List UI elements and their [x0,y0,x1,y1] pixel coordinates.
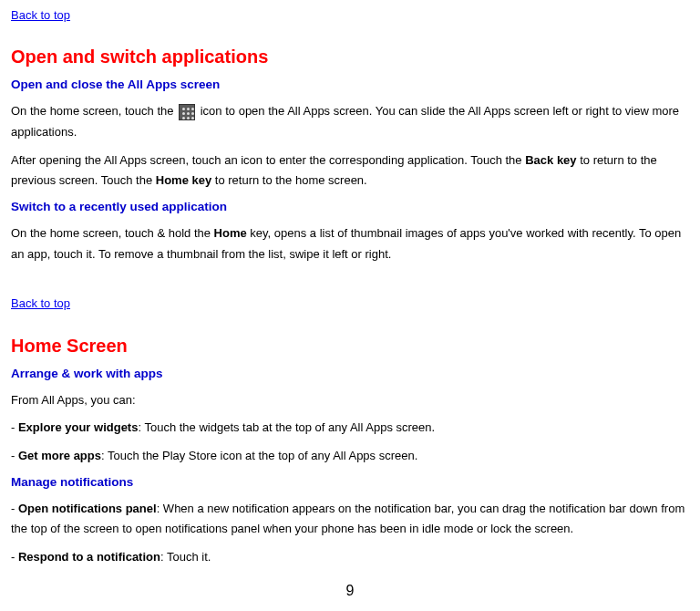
list-item: - Get more apps: Touch the Play Store ic… [11,446,689,467]
bold-explore-widgets: Explore your widgets [18,420,138,434]
paragraph: On the home screen, touch & hold the Hom… [11,223,689,265]
bold-home-key: Home key [156,173,211,187]
list-item: - Respond to a notification: Touch it. [11,547,689,568]
section-open-switch-title: Open and switch applications [11,44,689,69]
text: to return to the home screen. [211,173,367,187]
section-home-screen-title: Home Screen [11,333,689,358]
paragraph: After opening the All Apps screen, touch… [11,150,689,192]
back-to-top-link[interactable]: Back to top [11,7,70,24]
bold-open-notifications: Open notifications panel [18,502,157,515]
bold-respond-notification: Respond to a notification [18,550,160,564]
bold-back-key: Back key [525,153,576,167]
text: On the home screen, touch the [11,104,177,118]
text: : Touch the Play Store icon at the top o… [101,449,417,462]
list-item: - Explore your widgets: Touch the widget… [11,418,689,439]
text: On the home screen, touch & hold the [11,226,214,240]
all-apps-icon [179,104,195,120]
sub-arrange-apps: Arrange & work with apps [11,366,689,383]
page-number: 9 [11,581,689,601]
text: After opening the All Apps screen, touch… [11,153,525,167]
bold-get-more-apps: Get more apps [18,449,101,462]
bold-home: Home [214,226,247,240]
sub-manage-notifications: Manage notifications [11,474,689,492]
text: : Touch it. [160,550,211,564]
paragraph: From All Apps, you can: [11,390,689,411]
sub-open-close-allapps: Open and close the All Apps screen [11,77,689,94]
back-to-top-link[interactable]: Back to top [11,295,70,312]
text: : Touch the widgets tab at the top of an… [138,420,435,434]
sub-switch-recent: Switch to a recently used application [11,199,689,216]
list-item: - Open notifications panel: When a new n… [11,499,689,541]
paragraph: On the home screen, touch the icon to op… [11,101,689,143]
